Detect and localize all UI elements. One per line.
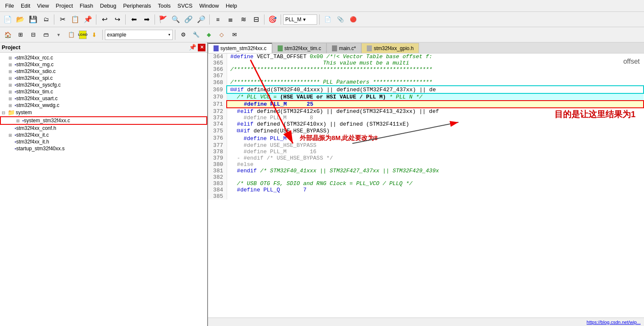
status-link[interactable]: https://blog.csdn.net/wip...: [587, 320, 641, 325]
chip-btn[interactable]: ◆: [203, 29, 215, 41]
tree-label-system-c: system_stm32f4xx.c: [24, 118, 70, 124]
ref-button[interactable]: 🔗: [183, 14, 194, 25]
tree-item-usart[interactable]: ⊞ ▪ stm32f4xx_usart.c: [0, 95, 207, 102]
tree-item-spi[interactable]: ⊞ ▪ stm32f4xx_spi.c: [0, 75, 207, 82]
back-button[interactable]: ⬅: [128, 14, 140, 25]
code-row-374: 374 #elif defined (STM32F410xx) || defin…: [208, 121, 644, 127]
find-button[interactable]: 🔍: [170, 14, 182, 25]
tree-label-system: system: [16, 110, 32, 115]
erase-btn[interactable]: ◇: [216, 29, 228, 41]
new-file-button[interactable]: 📄: [2, 14, 14, 25]
main-area: Project 📌 ✕ ⊞ ▪ stm32f4xx_rcc.c ⊞ ▪ stm3…: [0, 42, 644, 326]
tab-main-c[interactable]: main.c*: [326, 43, 361, 53]
menu-tools[interactable]: Tools: [155, 2, 174, 10]
close-sidebar-button[interactable]: ✕: [198, 44, 205, 51]
code-row-366: 366 /***********************************…: [208, 66, 644, 73]
linenum-368: 368: [208, 79, 227, 86]
tab-icon-system: [214, 45, 219, 51]
paste-button[interactable]: 📌: [82, 14, 94, 25]
checklist-button[interactable]: 📋: [65, 29, 77, 41]
codeline-370: /* PLL VCO = (HSE VALUE or HSI VALUE / P…: [227, 93, 644, 101]
cut-button[interactable]: ✂: [56, 14, 68, 25]
tree-item-tim[interactable]: ⊞ ▪ stm32f4xx_tim.c: [0, 88, 207, 95]
save-button[interactable]: 💾: [27, 14, 39, 25]
build-button[interactable]: 🏠: [2, 29, 14, 41]
target-combo[interactable]: example ▾: [105, 30, 173, 40]
tree-item-rng[interactable]: ⊞ ▪ stm32f4xx_rng.c: [0, 61, 207, 68]
tree-item-startup[interactable]: ▪ startup_stm32f40xx.s: [0, 145, 207, 152]
align-button[interactable]: ⊟: [250, 14, 262, 25]
grid-button[interactable]: ⊞: [14, 29, 26, 41]
grid2-button[interactable]: ⊟: [27, 29, 39, 41]
menu-debug[interactable]: Debug: [97, 2, 120, 10]
tree-item-system-folder[interactable]: ⊟ 📁 system: [0, 109, 207, 116]
menu-bar: File Edit View Project Flash Debug Perip…: [0, 0, 644, 12]
tree-item-it-c[interactable]: ⊞ ▪ stm32f4xx_it.c: [0, 132, 207, 138]
menu-edit[interactable]: Edit: [17, 2, 34, 10]
bookmark-button[interactable]: 🚩: [157, 14, 169, 25]
symbol-dropdown[interactable]: PLL_M ▾: [283, 14, 317, 25]
redo-button[interactable]: ↪: [111, 14, 123, 25]
settings2-button[interactable]: ⚙: [177, 29, 189, 41]
menu-file[interactable]: File: [2, 2, 17, 10]
tree-item-it-h[interactable]: ▪ stm32f4xx_it.h: [0, 138, 207, 145]
layers-button[interactable]: 🗃: [40, 29, 52, 41]
offset-label: offset: [623, 58, 640, 65]
menu-svcs[interactable]: SVCS: [174, 2, 196, 10]
expander-sdio: ⊞: [8, 69, 14, 74]
sep3: [125, 14, 126, 25]
sidebar-tree: ⊞ ▪ stm32f4xx_rcc.c ⊞ ▪ stm32f4xx_rng.c …: [0, 53, 207, 326]
save-all-button[interactable]: 🗂: [40, 14, 52, 25]
menu-window[interactable]: Window: [196, 2, 222, 10]
target-button[interactable]: 🎯: [267, 14, 278, 25]
code-wrapper: 364 #define VECT_TAB_OFFSET 0x00 /*!< Ve…: [208, 53, 644, 200]
pin-button[interactable]: 📎: [335, 14, 346, 25]
copy2-button[interactable]: 📄: [322, 14, 334, 25]
tab-gpio-h[interactable]: stm32f4xx_gpio.h: [361, 43, 419, 53]
tree-item-conf[interactable]: ▪ stm32f4xx_conf.h: [0, 125, 207, 132]
linenum-374: 374: [208, 121, 227, 127]
undo-button[interactable]: ↩: [98, 14, 110, 25]
inspect-button[interactable]: 🔎: [195, 14, 207, 25]
config-button[interactable]: 🔴: [347, 14, 359, 25]
sep1: [54, 14, 54, 25]
pin-sidebar-icon[interactable]: 📌: [189, 44, 196, 51]
tree-label-rcc: stm32f4xx_rcc.c: [16, 55, 53, 61]
run-btn[interactable]: ✉: [228, 29, 240, 41]
code-editor[interactable]: 364 #define VECT_TAB_OFFSET 0x00 /*!< Ve…: [208, 53, 644, 318]
codeline-375: ⊟#if defined(USE_HSE_BYPASS): [227, 127, 644, 134]
tab-bar: system_stm32f4xx.c stm32f4xx_tim.c main.…: [208, 42, 644, 53]
tree-item-wwdg[interactable]: ⊞ ▪ stm32f4xx_wwdg.c: [0, 102, 207, 109]
linenum-381: 381: [208, 168, 227, 174]
down-arrow-button[interactable]: ▾: [53, 29, 65, 41]
tree-item-rcc[interactable]: ⊞ ▪ stm32f4xx_rcc.c: [0, 54, 207, 61]
menu-peripherals[interactable]: Peripherals: [120, 2, 155, 10]
outdent-button[interactable]: ≣: [225, 14, 236, 25]
forward-button[interactable]: ➡: [141, 14, 152, 25]
flash-button[interactable]: ⬇: [88, 29, 100, 41]
tree-item-syscfg[interactable]: ⊞ ▪ stm32f4xx_syscfg.c: [0, 82, 207, 88]
copy-button[interactable]: 📋: [69, 14, 81, 25]
codeline-378: #define PLL_M 16: [227, 149, 644, 155]
tree-item-sdio[interactable]: ⊞ ▪ stm32f4xx_sdio.c: [0, 68, 207, 75]
tab-tim-c[interactable]: stm32f4xx_tim.c: [272, 43, 327, 53]
linenum-367: 367: [208, 73, 227, 79]
code-row-381: 381 #endif /* STM32F40_41xxx || STM32F42…: [208, 168, 644, 174]
menu-view[interactable]: View: [34, 2, 52, 10]
menu-flash[interactable]: Flash: [76, 2, 97, 10]
tree-item-system-c[interactable]: ⊞ ▪ system_stm32f4xx.c: [0, 116, 207, 125]
tab-icon-gpio: [367, 45, 372, 51]
sep5: [209, 14, 210, 25]
menu-project[interactable]: Project: [52, 2, 76, 10]
code-row-384: 384 #define PLL_Q 7: [208, 187, 644, 193]
code-row-383: 383 /* USB OTG FS, SDIO and RNG Clock = …: [208, 180, 644, 187]
codeline-367: [227, 73, 644, 79]
tab-system-c[interactable]: system_stm32f4xx.c: [208, 43, 272, 53]
debug-btn[interactable]: 🔧: [190, 29, 202, 41]
open-file-button[interactable]: 📂: [14, 14, 26, 25]
menu-help[interactable]: Help: [222, 2, 241, 10]
sidebar: Project 📌 ✕ ⊞ ▪ stm32f4xx_rcc.c ⊞ ▪ stm3…: [0, 42, 208, 326]
codeline-380: #else: [227, 161, 644, 168]
indent-button[interactable]: ≡: [212, 14, 224, 25]
format-button[interactable]: ≋: [237, 14, 249, 25]
